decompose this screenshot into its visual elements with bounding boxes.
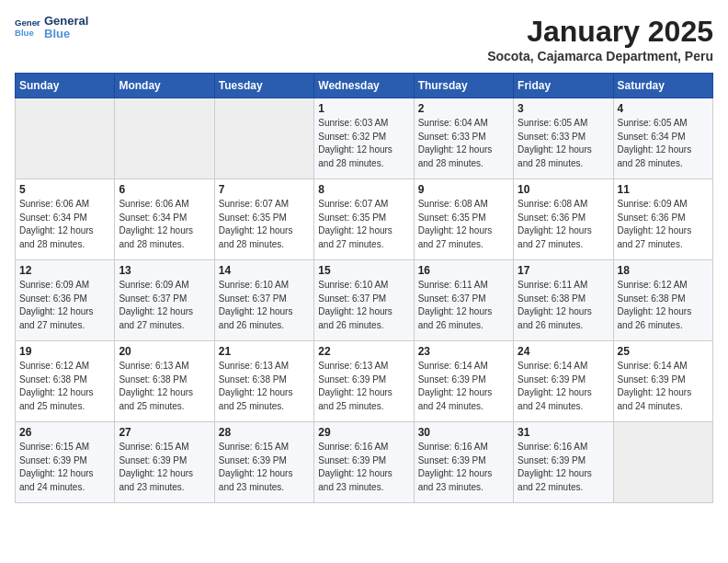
day-cell: 7Sunrise: 6:07 AM Sunset: 6:35 PM Daylig… <box>214 179 313 260</box>
day-cell: 8Sunrise: 6:07 AM Sunset: 6:35 PM Daylig… <box>314 179 414 260</box>
day-number: 19 <box>19 345 110 358</box>
day-cell: 22Sunrise: 6:13 AM Sunset: 6:39 PM Dayli… <box>314 341 414 422</box>
day-info: Sunrise: 6:11 AM Sunset: 6:38 PM Dayligh… <box>518 279 609 332</box>
svg-text:Blue: Blue <box>15 28 34 38</box>
day-number: 25 <box>618 345 709 358</box>
day-info: Sunrise: 6:15 AM Sunset: 6:39 PM Dayligh… <box>219 441 310 494</box>
day-info: Sunrise: 6:16 AM Sunset: 6:39 PM Dayligh… <box>518 441 609 494</box>
day-info: Sunrise: 6:06 AM Sunset: 6:34 PM Dayligh… <box>119 198 210 251</box>
day-info: Sunrise: 6:12 AM Sunset: 6:38 PM Dayligh… <box>618 279 709 332</box>
day-info: Sunrise: 6:14 AM Sunset: 6:39 PM Dayligh… <box>418 360 509 413</box>
header-day: Monday <box>115 74 214 98</box>
day-number: 7 <box>219 183 310 196</box>
day-cell: 6Sunrise: 6:06 AM Sunset: 6:34 PM Daylig… <box>115 179 214 260</box>
day-number: 13 <box>119 264 210 277</box>
day-cell: 28Sunrise: 6:15 AM Sunset: 6:39 PM Dayli… <box>214 422 313 503</box>
logo-line2: Blue <box>44 28 88 40</box>
day-number: 6 <box>119 183 210 196</box>
day-number: 11 <box>618 183 709 196</box>
day-info: Sunrise: 6:08 AM Sunset: 6:36 PM Dayligh… <box>518 198 609 251</box>
day-number: 23 <box>418 345 509 358</box>
day-number: 15 <box>318 264 409 277</box>
logo-icon: General Blue <box>15 15 40 40</box>
day-info: Sunrise: 6:09 AM Sunset: 6:36 PM Dayligh… <box>618 198 709 251</box>
day-cell: 11Sunrise: 6:09 AM Sunset: 6:36 PM Dayli… <box>613 179 712 260</box>
day-info: Sunrise: 6:14 AM Sunset: 6:39 PM Dayligh… <box>518 360 609 413</box>
day-info: Sunrise: 6:06 AM Sunset: 6:34 PM Dayligh… <box>19 198 110 251</box>
day-info: Sunrise: 6:09 AM Sunset: 6:36 PM Dayligh… <box>19 279 110 332</box>
logo-line1: General <box>44 15 88 28</box>
day-cell: 24Sunrise: 6:14 AM Sunset: 6:39 PM Dayli… <box>514 341 613 422</box>
day-cell: 12Sunrise: 6:09 AM Sunset: 6:36 PM Dayli… <box>16 260 115 341</box>
day-cell: 31Sunrise: 6:16 AM Sunset: 6:39 PM Dayli… <box>514 422 613 503</box>
day-number: 10 <box>518 183 609 196</box>
day-cell: 30Sunrise: 6:16 AM Sunset: 6:39 PM Dayli… <box>414 422 513 503</box>
day-number: 4 <box>618 102 709 115</box>
day-info: Sunrise: 6:14 AM Sunset: 6:39 PM Dayligh… <box>618 360 709 413</box>
calendar-body: 1Sunrise: 6:03 AM Sunset: 6:32 PM Daylig… <box>16 98 713 503</box>
day-cell <box>214 98 313 179</box>
day-number: 12 <box>19 264 110 277</box>
day-info: Sunrise: 6:10 AM Sunset: 6:37 PM Dayligh… <box>219 279 310 332</box>
day-number: 28 <box>219 426 310 439</box>
day-info: Sunrise: 6:16 AM Sunset: 6:39 PM Dayligh… <box>318 441 409 494</box>
week-row: 26Sunrise: 6:15 AM Sunset: 6:39 PM Dayli… <box>16 422 713 503</box>
day-info: Sunrise: 6:07 AM Sunset: 6:35 PM Dayligh… <box>318 198 409 251</box>
day-cell: 1Sunrise: 6:03 AM Sunset: 6:32 PM Daylig… <box>314 98 414 179</box>
day-info: Sunrise: 6:10 AM Sunset: 6:37 PM Dayligh… <box>318 279 409 332</box>
day-cell: 10Sunrise: 6:08 AM Sunset: 6:36 PM Dayli… <box>514 179 613 260</box>
day-info: Sunrise: 6:12 AM Sunset: 6:38 PM Dayligh… <box>19 360 110 413</box>
day-cell: 26Sunrise: 6:15 AM Sunset: 6:39 PM Dayli… <box>16 422 115 503</box>
day-cell: 18Sunrise: 6:12 AM Sunset: 6:38 PM Dayli… <box>613 260 712 341</box>
day-number: 20 <box>119 345 210 358</box>
day-cell: 21Sunrise: 6:13 AM Sunset: 6:38 PM Dayli… <box>214 341 313 422</box>
day-info: Sunrise: 6:15 AM Sunset: 6:39 PM Dayligh… <box>19 441 110 494</box>
logo: General Blue General Blue <box>15 15 88 41</box>
day-cell: 9Sunrise: 6:08 AM Sunset: 6:35 PM Daylig… <box>414 179 513 260</box>
day-cell: 15Sunrise: 6:10 AM Sunset: 6:37 PM Dayli… <box>314 260 414 341</box>
day-number: 14 <box>219 264 310 277</box>
header-day: Friday <box>514 74 613 98</box>
day-number: 27 <box>119 426 210 439</box>
month-title: January 2025 <box>487 15 713 49</box>
location: Socota, Cajamarca Department, Peru <box>487 49 713 63</box>
day-cell: 4Sunrise: 6:05 AM Sunset: 6:34 PM Daylig… <box>613 98 712 179</box>
day-number: 8 <box>318 183 409 196</box>
day-info: Sunrise: 6:05 AM Sunset: 6:33 PM Dayligh… <box>518 117 609 170</box>
day-cell <box>115 98 214 179</box>
title-area: January 2025 Socota, Cajamarca Departmen… <box>487 15 713 63</box>
week-row: 1Sunrise: 6:03 AM Sunset: 6:32 PM Daylig… <box>16 98 713 179</box>
header-day: Thursday <box>414 74 513 98</box>
day-number: 16 <box>418 264 509 277</box>
day-cell: 13Sunrise: 6:09 AM Sunset: 6:37 PM Dayli… <box>115 260 214 341</box>
day-info: Sunrise: 6:09 AM Sunset: 6:37 PM Dayligh… <box>119 279 210 332</box>
day-cell <box>16 98 115 179</box>
day-info: Sunrise: 6:13 AM Sunset: 6:39 PM Dayligh… <box>318 360 409 413</box>
day-cell: 29Sunrise: 6:16 AM Sunset: 6:39 PM Dayli… <box>314 422 414 503</box>
day-number: 30 <box>418 426 509 439</box>
day-info: Sunrise: 6:08 AM Sunset: 6:35 PM Dayligh… <box>418 198 509 251</box>
day-cell: 23Sunrise: 6:14 AM Sunset: 6:39 PM Dayli… <box>414 341 513 422</box>
week-row: 19Sunrise: 6:12 AM Sunset: 6:38 PM Dayli… <box>16 341 713 422</box>
day-number: 31 <box>518 426 609 439</box>
day-cell: 16Sunrise: 6:11 AM Sunset: 6:37 PM Dayli… <box>414 260 513 341</box>
header-row: SundayMondayTuesdayWednesdayThursdayFrid… <box>16 74 713 98</box>
day-cell: 5Sunrise: 6:06 AM Sunset: 6:34 PM Daylig… <box>16 179 115 260</box>
day-info: Sunrise: 6:05 AM Sunset: 6:34 PM Dayligh… <box>618 117 709 170</box>
day-number: 2 <box>418 102 509 115</box>
day-number: 22 <box>318 345 409 358</box>
day-info: Sunrise: 6:03 AM Sunset: 6:32 PM Dayligh… <box>318 117 409 170</box>
day-number: 26 <box>19 426 110 439</box>
day-number: 1 <box>318 102 409 115</box>
week-row: 5Sunrise: 6:06 AM Sunset: 6:34 PM Daylig… <box>16 179 713 260</box>
day-number: 29 <box>318 426 409 439</box>
header-day: Tuesday <box>214 74 313 98</box>
day-info: Sunrise: 6:13 AM Sunset: 6:38 PM Dayligh… <box>119 360 210 413</box>
day-cell: 2Sunrise: 6:04 AM Sunset: 6:33 PM Daylig… <box>414 98 513 179</box>
page-header: General Blue General Blue January 2025 S… <box>15 15 713 63</box>
day-number: 24 <box>518 345 609 358</box>
day-info: Sunrise: 6:15 AM Sunset: 6:39 PM Dayligh… <box>119 441 210 494</box>
day-number: 5 <box>19 183 110 196</box>
day-number: 9 <box>418 183 509 196</box>
day-info: Sunrise: 6:07 AM Sunset: 6:35 PM Dayligh… <box>219 198 310 251</box>
